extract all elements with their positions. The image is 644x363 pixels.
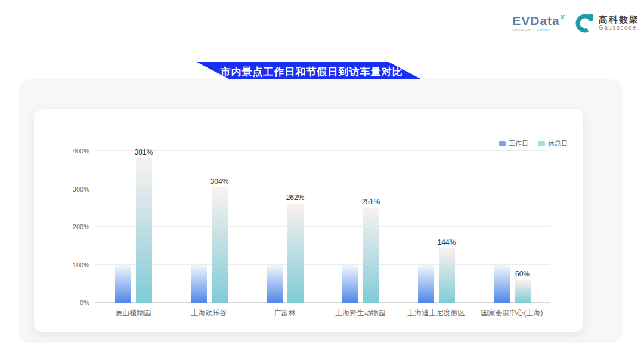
legend-item[interactable]: 工作日	[499, 139, 528, 148]
legend-label: 休息日	[548, 139, 568, 148]
evdata-x-icon: x	[561, 12, 565, 21]
y-tick-label: 200%	[54, 223, 89, 230]
legend-marker-icon	[499, 141, 506, 146]
category-label: 上海欢乐谷	[171, 308, 247, 318]
category-label: 国家会展中心(上海)	[474, 308, 550, 318]
bar-restday: 144%	[439, 248, 455, 303]
page-title: 市内景点工作日和节假日到访车量对比	[221, 65, 403, 79]
y-tick-label: 0%	[54, 299, 89, 306]
bar-group: 304%	[171, 151, 247, 303]
bar-workday	[494, 265, 510, 303]
bar-workday	[115, 265, 131, 303]
bar-restday: 381%	[136, 158, 152, 303]
bar-value-label: 304%	[210, 177, 229, 186]
gausscode-g-icon	[574, 12, 596, 33]
bar-group: 381%	[95, 151, 171, 303]
bar-value-label: 144%	[438, 238, 456, 247]
legend-item[interactable]: 休息日	[538, 139, 568, 148]
chart-legend: 工作日休息日	[499, 139, 568, 148]
legend-label: 工作日	[509, 139, 528, 148]
category-label: 上海迪士尼度假区	[398, 308, 474, 318]
bar-value-label: 60%	[515, 270, 530, 278]
bar-group: 60%	[474, 151, 550, 303]
gausscode-logo: 高科数聚 Gausscode	[574, 12, 639, 33]
y-tick-label: 300%	[54, 186, 89, 193]
bar-group: 251%	[323, 151, 398, 303]
bar-group: 144%	[398, 151, 474, 303]
bar-value-label: 381%	[135, 148, 153, 156]
bar-value-label: 251%	[362, 198, 380, 206]
bar-chart-plot-area: 0%100%200%300%400%381%辰山植物园304%上海欢乐谷262%…	[95, 151, 550, 303]
bar-restday: 304%	[212, 187, 228, 303]
evdata-wordmark: EVData	[512, 14, 560, 27]
bar-restday: 251%	[363, 208, 379, 303]
category-label: 广富林	[247, 308, 323, 318]
bar-restday: 262%	[287, 204, 304, 303]
bar-group: 262%	[247, 151, 323, 303]
bar-value-label: 262%	[286, 193, 305, 202]
category-label: 上海野生动物园	[323, 308, 398, 318]
bar-restday: 60%	[515, 280, 531, 303]
evdata-logo: EVData x SHANGHAI CHINA	[512, 14, 565, 32]
bar-workday	[191, 265, 207, 303]
bar-workday	[342, 265, 358, 303]
chart-card: 工作日休息日 0%100%200%300%400%381%辰山植物园304%上海…	[34, 109, 583, 332]
legend-marker-icon	[538, 141, 545, 146]
y-tick-label: 100%	[54, 262, 89, 269]
y-tick-label: 400%	[54, 147, 89, 155]
header-logos: EVData x SHANGHAI CHINA 高科数聚 Gausscode	[512, 12, 639, 33]
bar-workday	[267, 265, 283, 303]
gausscode-en-label: Gausscode	[599, 24, 639, 32]
gausscode-cn-label: 高科数聚	[599, 14, 639, 24]
bar-workday	[418, 265, 434, 303]
category-label: 辰山植物园	[95, 308, 171, 318]
evdata-subtext: SHANGHAI CHINA	[512, 28, 550, 32]
